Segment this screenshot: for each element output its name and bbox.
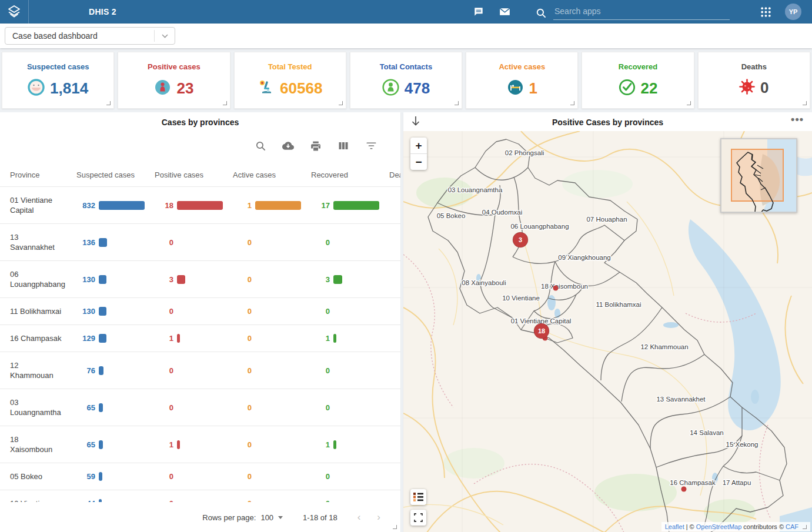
hospital-bed-icon [507,79,524,98]
kpi-card-title: Total Contacts [350,62,462,71]
value-cell: 129 [66,334,145,343]
table-toolbar [0,127,400,152]
province-cell: 18 Xaisomboun [0,426,66,463]
value-cell: 17 [301,201,379,210]
table-row[interactable]: 12 Khammouan 760000 [0,352,400,389]
resize-handle-icon[interactable] [687,101,691,105]
map-dot-marker[interactable] [681,487,687,492]
map-labels: 02 Phongsali03 Louangnamtha05 Bokeo04 Ou… [437,149,758,486]
next-page-button[interactable]: › [377,511,380,523]
zoom-in-button[interactable]: + [410,138,427,153]
resize-handle-icon[interactable] [223,101,227,105]
fullscreen-button[interactable] [410,510,426,526]
table-header-row: ProvinceSuspected casesPositive casesAct… [0,166,400,186]
kpi-card-positive-cases[interactable]: Positive cases 23 [118,52,230,109]
legend-button[interactable] [410,489,426,505]
resize-handle-icon[interactable] [803,101,807,105]
zoom-out-button[interactable]: − [410,154,427,170]
value-cell: 0 [223,275,301,284]
table-row[interactable]: 13 Savannakhet 1360000 [0,223,400,260]
kpi-card-active-cases[interactable]: Active cases 1 [466,52,578,109]
table-pagination: Rows per page: 100 1-18 of 18 ‹ › [0,502,400,532]
column-header-suspected-cases[interactable]: Suspected cases [66,170,145,179]
value-bar [99,403,103,412]
app-title: DHIS 2 [89,7,116,16]
table-toolbar-filter-icon[interactable] [365,140,377,152]
map-label: 14 Salavan [690,429,724,436]
column-header-deaths[interactable]: Deaths [379,170,400,179]
kpi-card-total-contacts[interactable]: Total Contacts 478 [350,52,462,109]
map-title: Positive Cases by provinces [403,112,812,127]
table-toolbar-download-icon[interactable] [282,140,294,152]
leaflet-link[interactable]: Leaflet [665,523,684,530]
search-apps-input[interactable] [553,4,730,20]
resize-handle-icon[interactable] [455,101,459,105]
table-row[interactable]: 05 Bokeo 590000 [0,463,400,490]
kpi-card-recovered[interactable]: Recovered 22 [582,52,694,109]
resize-handle-icon[interactable] [570,101,574,105]
table-row[interactable]: 11 Bolikhamxai 1300000 [0,297,400,324]
value-bar [99,275,106,284]
value-cell: 0 [379,275,400,284]
kpi-card-value: 23 [176,79,193,98]
table-toolbar-columns-icon[interactable] [338,140,349,152]
rows-per-page-control[interactable]: Rows per page: 100 [202,513,283,522]
kpi-card-value: 22 [641,79,658,98]
province-cell: 06 Louangphabang [0,261,66,297]
more-options-icon[interactable]: ••• [791,113,804,126]
resize-handle-icon[interactable] [803,525,807,529]
email-icon[interactable] [498,5,511,18]
column-header-positive-cases[interactable]: Positive cases [145,170,223,179]
header-divider [28,0,29,24]
table-row[interactable]: 16 Champasak 1291010 [0,324,400,352]
kpi-card-total-tested[interactable]: Total Tested 60568 [234,52,346,109]
check-circle-icon [619,79,636,98]
table-toolbar-print-icon[interactable] [310,140,322,152]
value-cell: 0 [223,440,301,449]
prev-page-button[interactable]: ‹ [357,511,361,523]
value-cell: 0 [301,307,379,316]
caf-link[interactable]: CAF [786,523,798,530]
user-avatar[interactable]: YP [785,4,801,20]
chat-icon[interactable] [472,5,485,18]
chevron-down-icon [155,34,175,38]
table-row[interactable]: 01 Vientiane Capital 832181170 [0,186,400,223]
table-row[interactable]: 18 Xaisomboun 651010 [0,426,400,463]
kpi-card-deaths[interactable]: Deaths 0 [698,52,810,109]
resize-handle-icon[interactable] [106,101,111,105]
dashboard-select[interactable]: Case based dashboard [5,27,175,45]
kpi-card-suspected-cases[interactable]: Suspected cases 1,814 [2,52,114,109]
table-toolbar-search-icon[interactable] [255,140,266,152]
column-header-province[interactable]: Province [0,170,66,179]
dhis2-logo-icon[interactable] [0,0,28,24]
table-row[interactable]: 03 Louangnamtha 650000 [0,389,400,426]
table-row[interactable]: 06 Louangphabang 1303030 [0,260,400,297]
province-cell: 05 Bokeo [0,463,66,490]
map-label: 12 Khammouan [640,343,688,350]
column-header-active-cases[interactable]: Active cases [223,170,301,179]
download-arrow-icon[interactable] [410,115,421,129]
kpi-card-title: Suspected cases [2,62,113,71]
osm-link[interactable]: OpenStreetMap [696,523,742,530]
map-label: 09 Xiangkhouang [558,254,611,261]
value-bar [177,201,223,210]
column-header-recovered[interactable]: Recovered [301,170,379,179]
value-cell: 0 [379,238,400,247]
resize-handle-icon[interactable] [339,101,343,105]
value-bar [99,440,103,449]
apps-grid-icon[interactable] [759,5,772,18]
map-canvas[interactable]: 02 Phongsali03 Louangnamtha05 Bokeo04 Ou… [403,131,812,532]
value-cell: 18 [145,201,223,210]
map-dot-marker[interactable] [553,286,559,291]
value-cell: 0 [301,366,379,375]
search-icon[interactable] [534,7,547,20]
map-label: 18 Xaisomboun [541,283,588,290]
resize-handle-icon[interactable] [393,525,397,529]
value-bar [99,472,102,481]
value-cell: 1 [145,334,223,343]
rows-per-page-value: 100 [260,513,273,522]
overview-minimap[interactable] [720,138,797,213]
value-bar [177,275,185,284]
value-bar [333,275,342,284]
map-markers: 318 [513,232,687,492]
